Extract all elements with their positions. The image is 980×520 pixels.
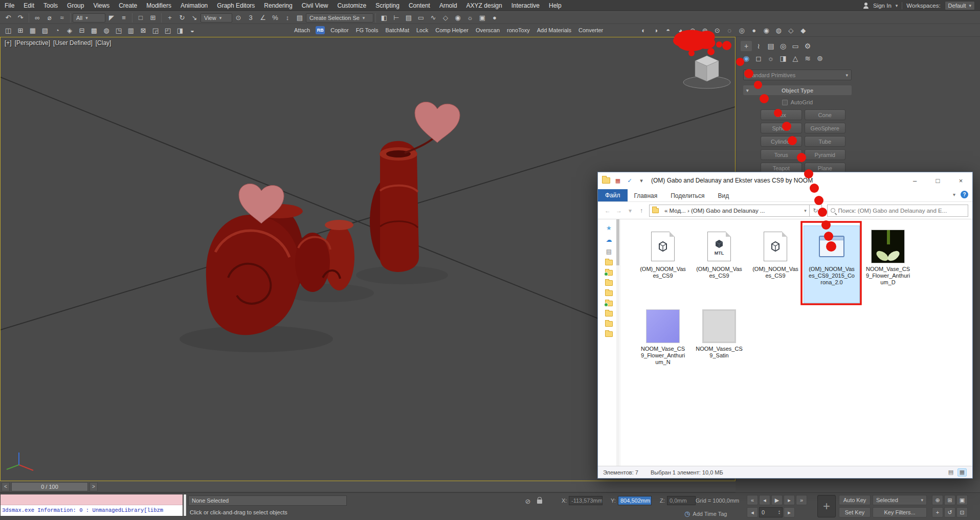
script-button-ronotoxy[interactable]: ronoToxy [503, 25, 533, 35]
frame-spinner[interactable]: ▴▾ [778, 510, 780, 515]
snap-toggle-3d-icon[interactable]: 3 [245, 13, 256, 23]
rendered-frame-window-icon[interactable]: ▣ [477, 13, 488, 23]
toolbar2-icon-11-icon[interactable]: ▥ [125, 25, 137, 35]
set-key-button[interactable]: Set Key [839, 507, 871, 517]
minimize-button[interactable]: – [903, 172, 926, 189]
select-and-scale-icon[interactable]: ↘ [189, 13, 200, 23]
create-tube[interactable]: Tube [805, 136, 846, 147]
script-button-fg-tools[interactable]: FG Tools [352, 25, 382, 35]
script-button-batchmat[interactable]: BatchMat [382, 25, 412, 35]
toolbar2-right-icon-4-icon[interactable]: ◕ [675, 25, 686, 35]
primitive-category-dropdown[interactable]: Standard Primitives ▾ [743, 70, 852, 80]
menu-arnold[interactable]: Arnold [435, 0, 462, 11]
play-icon[interactable]: ▶ [771, 495, 783, 505]
toolbar2-icon-10-icon[interactable]: ◳ [113, 25, 124, 35]
percent-snap-icon[interactable]: % [270, 13, 281, 23]
zoom-all-icon[interactable]: ⊞ [944, 495, 955, 505]
redo-icon[interactable]: ↷ [15, 13, 26, 23]
systems-category-icon[interactable]: ⊚ [814, 53, 826, 63]
menu-customize[interactable]: Customize [333, 0, 371, 11]
time-slider[interactable]: 0 / 100 [11, 482, 88, 491]
sign-in-button[interactable]: Sign In [873, 3, 892, 9]
folder-icon[interactable] [605, 260, 613, 265]
isolate-selection-icon[interactable]: ⊘ [523, 496, 533, 506]
script-button-overscan[interactable]: Overscan [472, 25, 503, 35]
toolbar2-icon-6-icon[interactable]: ◈ [64, 25, 75, 35]
details-view-icon[interactable]: ▤ [946, 468, 955, 477]
toolbar2-icon-16-icon[interactable]: ◒ [187, 25, 198, 35]
shapes-category-icon[interactable]: ◻ [753, 53, 764, 63]
menu-views[interactable]: Views [88, 0, 114, 11]
timeline-prev-button[interactable]: < [2, 482, 10, 491]
toolbar2-right-icon-8-icon[interactable]: ◌ [724, 25, 735, 35]
toolbar2-icon-9-icon[interactable]: ◍ [101, 25, 112, 35]
z-coordinate-field[interactable]: 0,0mm [667, 496, 696, 505]
layer-manager-icon[interactable]: ▤ [403, 13, 414, 23]
maximize-button[interactable]: □ [926, 172, 949, 189]
create-sphere[interactable]: Sphere [761, 123, 802, 133]
folder-icon[interactable] [605, 321, 613, 327]
unlink-selection-icon[interactable]: ⌀ [44, 13, 55, 23]
toolbar2-right-icon-12-icon[interactable]: ◍ [773, 25, 784, 35]
menu-edit[interactable]: Edit [19, 0, 39, 11]
toolbar2-right-icon-11-icon[interactable]: ◉ [761, 25, 772, 35]
toolbar2-icon-7-icon[interactable]: ⊟ [76, 25, 87, 35]
qat-caret-icon[interactable]: ▾ [637, 176, 645, 185]
key-filters-button[interactable]: Key Filters... [873, 507, 927, 517]
menu-help[interactable]: Help [544, 0, 566, 11]
menu-file[interactable]: File [0, 0, 19, 11]
select-by-name-icon[interactable]: ≡ [118, 13, 129, 23]
menu-axyz-design[interactable]: AXYZ design [462, 0, 507, 11]
current-frame-field[interactable]: 0 ▴▾ [759, 507, 783, 517]
onedrive-icon[interactable]: ☁ [605, 236, 613, 243]
toolbar2-right-icon-6-icon[interactable]: ⊚ [699, 25, 710, 35]
space-warps-category-icon[interactable]: ≋ [802, 53, 813, 63]
align-icon[interactable]: ⊢ [391, 13, 402, 23]
toolbar2-right-icon-7-icon[interactable]: ⊙ [711, 25, 723, 35]
lights-category-icon[interactable]: ☼ [765, 53, 776, 63]
toolbar2-icon-13-icon[interactable]: ◲ [150, 25, 161, 35]
refresh-icon[interactable]: ↻ [810, 206, 820, 216]
modify-tab-icon[interactable]: ≀ [753, 41, 764, 51]
go-to-start-icon[interactable]: « [747, 495, 758, 505]
select-and-move-icon[interactable]: + [164, 13, 175, 23]
previous-frame-icon[interactable]: ◂ [759, 495, 770, 505]
motion-tab-icon[interactable]: ◎ [777, 41, 789, 51]
display-tab-icon[interactable]: ▭ [790, 41, 801, 51]
sign-in-caret-icon[interactable]: ▾ [896, 3, 898, 8]
menu-create[interactable]: Create [114, 0, 142, 11]
rectangular-selection-region-icon[interactable]: □ [135, 13, 146, 23]
qat-grid-icon[interactable]: ▦ [614, 176, 622, 185]
helpers-category-icon[interactable]: △ [790, 53, 801, 63]
menu-scripting[interactable]: Scripting [371, 0, 404, 11]
create-tab-icon[interactable]: + [741, 41, 752, 51]
sidebar-scrollbar[interactable] [616, 219, 619, 466]
menu-rendering[interactable]: Rendering [259, 0, 297, 11]
hierarchy-tab-icon[interactable]: ▤ [765, 41, 776, 51]
schematic-view-icon[interactable]: ◇ [440, 13, 451, 23]
auto-key-button[interactable]: Auto Key [839, 495, 871, 505]
select-and-rotate-icon[interactable]: ↻ [176, 13, 188, 23]
rb-badge-icon[interactable]: RB [316, 26, 325, 34]
file-item-selected[interactable]: (OM)_NOOM_Vases_CS9_2015_Corona_2.0 [804, 225, 860, 303]
script-button-converter[interactable]: Converter [575, 25, 607, 35]
menu-interactive[interactable]: Interactive [507, 0, 544, 11]
create-torus[interactable]: Torus [761, 149, 802, 160]
next-frame-icon[interactable]: ▸ [784, 495, 795, 505]
file-item[interactable]: NOOM_Vases_CS9_Satin [691, 305, 747, 383]
address-caret-icon[interactable]: ▾ [804, 208, 807, 213]
x-coordinate-field[interactable]: -113,573mm [569, 496, 603, 505]
forward-icon[interactable]: → [614, 206, 624, 216]
this-pc-icon[interactable]: ▤ [605, 248, 613, 255]
timeline-next-button[interactable]: > [90, 482, 98, 491]
back-icon[interactable]: ← [603, 206, 613, 216]
toolbar2-right-icon-14-icon[interactable]: ◆ [797, 25, 809, 35]
close-button[interactable]: × [949, 172, 972, 189]
curve-editor-icon[interactable]: ∿ [428, 13, 439, 23]
file-item[interactable]: (OM)_NOOM_Vases_CS9 [635, 225, 691, 303]
maximize-viewport-icon[interactable]: ⊡ [956, 507, 968, 517]
folder-icon[interactable] [605, 280, 613, 286]
spinner-snap-icon[interactable]: ↕ [282, 13, 293, 23]
script-button-comp-helper[interactable]: Comp Helper [432, 25, 472, 35]
toolbar2-right-icon-3-icon[interactable]: ◓ [662, 25, 674, 35]
